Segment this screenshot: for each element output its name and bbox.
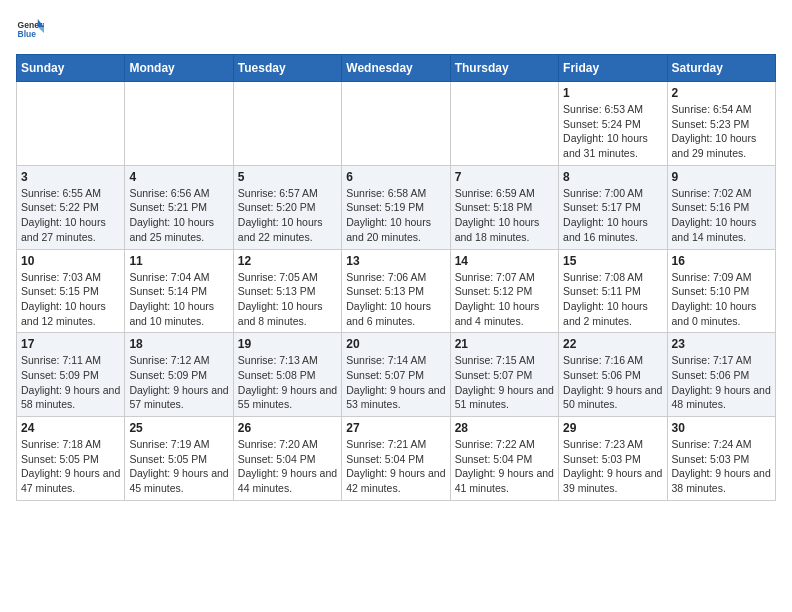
day-info: Sunrise: 7:14 AM Sunset: 5:07 PM Dayligh… (346, 353, 445, 412)
day-number: 2 (672, 86, 771, 100)
day-info: Sunrise: 7:07 AM Sunset: 5:12 PM Dayligh… (455, 270, 554, 329)
day-number: 17 (21, 337, 120, 351)
day-number: 22 (563, 337, 662, 351)
day-number: 25 (129, 421, 228, 435)
day-number: 27 (346, 421, 445, 435)
day-info: Sunrise: 7:18 AM Sunset: 5:05 PM Dayligh… (21, 437, 120, 496)
calendar-cell (450, 82, 558, 166)
day-number: 4 (129, 170, 228, 184)
day-number: 3 (21, 170, 120, 184)
calendar-cell: 17Sunrise: 7:11 AM Sunset: 5:09 PM Dayli… (17, 333, 125, 417)
day-info: Sunrise: 7:00 AM Sunset: 5:17 PM Dayligh… (563, 186, 662, 245)
calendar-cell: 6Sunrise: 6:58 AM Sunset: 5:19 PM Daylig… (342, 165, 450, 249)
day-number: 7 (455, 170, 554, 184)
day-of-week-header: Monday (125, 55, 233, 82)
day-number: 21 (455, 337, 554, 351)
day-number: 24 (21, 421, 120, 435)
day-info: Sunrise: 7:21 AM Sunset: 5:04 PM Dayligh… (346, 437, 445, 496)
calendar-cell: 20Sunrise: 7:14 AM Sunset: 5:07 PM Dayli… (342, 333, 450, 417)
calendar-week-row: 3Sunrise: 6:55 AM Sunset: 5:22 PM Daylig… (17, 165, 776, 249)
day-number: 29 (563, 421, 662, 435)
calendar-cell: 29Sunrise: 7:23 AM Sunset: 5:03 PM Dayli… (559, 417, 667, 501)
day-info: Sunrise: 7:03 AM Sunset: 5:15 PM Dayligh… (21, 270, 120, 329)
calendar-cell: 14Sunrise: 7:07 AM Sunset: 5:12 PM Dayli… (450, 249, 558, 333)
calendar-cell: 21Sunrise: 7:15 AM Sunset: 5:07 PM Dayli… (450, 333, 558, 417)
day-info: Sunrise: 7:06 AM Sunset: 5:13 PM Dayligh… (346, 270, 445, 329)
calendar-cell: 19Sunrise: 7:13 AM Sunset: 5:08 PM Dayli… (233, 333, 341, 417)
day-number: 6 (346, 170, 445, 184)
calendar-cell: 12Sunrise: 7:05 AM Sunset: 5:13 PM Dayli… (233, 249, 341, 333)
logo: General Blue (16, 16, 44, 44)
calendar-cell: 10Sunrise: 7:03 AM Sunset: 5:15 PM Dayli… (17, 249, 125, 333)
calendar-week-row: 10Sunrise: 7:03 AM Sunset: 5:15 PM Dayli… (17, 249, 776, 333)
calendar-week-row: 17Sunrise: 7:11 AM Sunset: 5:09 PM Dayli… (17, 333, 776, 417)
day-info: Sunrise: 7:19 AM Sunset: 5:05 PM Dayligh… (129, 437, 228, 496)
calendar-cell (17, 82, 125, 166)
day-info: Sunrise: 7:15 AM Sunset: 5:07 PM Dayligh… (455, 353, 554, 412)
day-of-week-header: Wednesday (342, 55, 450, 82)
calendar-table: SundayMondayTuesdayWednesdayThursdayFrid… (16, 54, 776, 501)
day-info: Sunrise: 6:54 AM Sunset: 5:23 PM Dayligh… (672, 102, 771, 161)
calendar-cell: 3Sunrise: 6:55 AM Sunset: 5:22 PM Daylig… (17, 165, 125, 249)
day-info: Sunrise: 7:08 AM Sunset: 5:11 PM Dayligh… (563, 270, 662, 329)
day-of-week-header: Thursday (450, 55, 558, 82)
calendar-week-row: 24Sunrise: 7:18 AM Sunset: 5:05 PM Dayli… (17, 417, 776, 501)
day-number: 23 (672, 337, 771, 351)
day-number: 18 (129, 337, 228, 351)
day-info: Sunrise: 7:17 AM Sunset: 5:06 PM Dayligh… (672, 353, 771, 412)
day-info: Sunrise: 7:04 AM Sunset: 5:14 PM Dayligh… (129, 270, 228, 329)
calendar-cell: 11Sunrise: 7:04 AM Sunset: 5:14 PM Dayli… (125, 249, 233, 333)
calendar-cell: 30Sunrise: 7:24 AM Sunset: 5:03 PM Dayli… (667, 417, 775, 501)
calendar-cell: 16Sunrise: 7:09 AM Sunset: 5:10 PM Dayli… (667, 249, 775, 333)
day-number: 13 (346, 254, 445, 268)
calendar-cell: 15Sunrise: 7:08 AM Sunset: 5:11 PM Dayli… (559, 249, 667, 333)
day-info: Sunrise: 7:24 AM Sunset: 5:03 PM Dayligh… (672, 437, 771, 496)
calendar-cell (125, 82, 233, 166)
calendar-cell: 2Sunrise: 6:54 AM Sunset: 5:23 PM Daylig… (667, 82, 775, 166)
calendar-week-row: 1Sunrise: 6:53 AM Sunset: 5:24 PM Daylig… (17, 82, 776, 166)
calendar-cell: 27Sunrise: 7:21 AM Sunset: 5:04 PM Dayli… (342, 417, 450, 501)
calendar-cell: 4Sunrise: 6:56 AM Sunset: 5:21 PM Daylig… (125, 165, 233, 249)
day-info: Sunrise: 6:56 AM Sunset: 5:21 PM Dayligh… (129, 186, 228, 245)
day-info: Sunrise: 7:22 AM Sunset: 5:04 PM Dayligh… (455, 437, 554, 496)
calendar-cell: 18Sunrise: 7:12 AM Sunset: 5:09 PM Dayli… (125, 333, 233, 417)
day-info: Sunrise: 6:55 AM Sunset: 5:22 PM Dayligh… (21, 186, 120, 245)
day-number: 26 (238, 421, 337, 435)
day-info: Sunrise: 7:23 AM Sunset: 5:03 PM Dayligh… (563, 437, 662, 496)
day-info: Sunrise: 7:13 AM Sunset: 5:08 PM Dayligh… (238, 353, 337, 412)
day-number: 5 (238, 170, 337, 184)
day-info: Sunrise: 6:53 AM Sunset: 5:24 PM Dayligh… (563, 102, 662, 161)
calendar-cell: 26Sunrise: 7:20 AM Sunset: 5:04 PM Dayli… (233, 417, 341, 501)
day-info: Sunrise: 7:02 AM Sunset: 5:16 PM Dayligh… (672, 186, 771, 245)
day-of-week-header: Friday (559, 55, 667, 82)
calendar-cell: 1Sunrise: 6:53 AM Sunset: 5:24 PM Daylig… (559, 82, 667, 166)
day-info: Sunrise: 7:05 AM Sunset: 5:13 PM Dayligh… (238, 270, 337, 329)
day-info: Sunrise: 7:11 AM Sunset: 5:09 PM Dayligh… (21, 353, 120, 412)
day-number: 28 (455, 421, 554, 435)
day-info: Sunrise: 7:12 AM Sunset: 5:09 PM Dayligh… (129, 353, 228, 412)
day-number: 19 (238, 337, 337, 351)
calendar-cell: 7Sunrise: 6:59 AM Sunset: 5:18 PM Daylig… (450, 165, 558, 249)
day-number: 8 (563, 170, 662, 184)
calendar-cell: 28Sunrise: 7:22 AM Sunset: 5:04 PM Dayli… (450, 417, 558, 501)
day-number: 11 (129, 254, 228, 268)
calendar-cell: 13Sunrise: 7:06 AM Sunset: 5:13 PM Dayli… (342, 249, 450, 333)
day-number: 14 (455, 254, 554, 268)
calendar-cell: 9Sunrise: 7:02 AM Sunset: 5:16 PM Daylig… (667, 165, 775, 249)
calendar-cell (342, 82, 450, 166)
calendar-cell: 5Sunrise: 6:57 AM Sunset: 5:20 PM Daylig… (233, 165, 341, 249)
day-number: 20 (346, 337, 445, 351)
day-of-week-header: Saturday (667, 55, 775, 82)
day-info: Sunrise: 6:58 AM Sunset: 5:19 PM Dayligh… (346, 186, 445, 245)
day-number: 30 (672, 421, 771, 435)
day-number: 15 (563, 254, 662, 268)
day-of-week-header: Tuesday (233, 55, 341, 82)
day-number: 1 (563, 86, 662, 100)
calendar-header-row: SundayMondayTuesdayWednesdayThursdayFrid… (17, 55, 776, 82)
day-of-week-header: Sunday (17, 55, 125, 82)
svg-text:Blue: Blue (18, 29, 37, 39)
day-number: 9 (672, 170, 771, 184)
day-info: Sunrise: 7:20 AM Sunset: 5:04 PM Dayligh… (238, 437, 337, 496)
calendar-cell: 25Sunrise: 7:19 AM Sunset: 5:05 PM Dayli… (125, 417, 233, 501)
calendar-cell: 23Sunrise: 7:17 AM Sunset: 5:06 PM Dayli… (667, 333, 775, 417)
